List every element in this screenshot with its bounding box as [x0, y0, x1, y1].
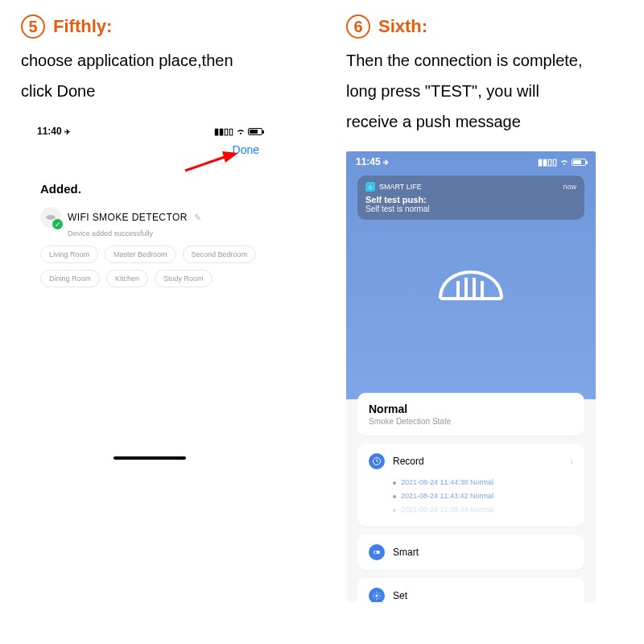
home-indicator [114, 456, 186, 460]
device-row[interactable]: ✓ WIFI SMOKE DETECTOR ✎ [29, 207, 270, 228]
svg-point-9 [374, 551, 377, 554]
notif-title: Self test push: [365, 195, 576, 204]
edit-icon[interactable]: ✎ [194, 213, 201, 223]
signal-icon: ▮▮▯▯ [214, 126, 233, 137]
added-heading: Added. [29, 182, 270, 196]
status-icons: ▮▮▯▯ [538, 157, 586, 167]
device-subtext: Device added successfully [29, 229, 270, 237]
status-icons: ▮▮▯▯ [214, 126, 262, 137]
notif-body: Self test is normal [365, 204, 576, 213]
step-6-instruction-line-1: Then the connection is complete, [346, 45, 620, 76]
step-5-badge: 5 [21, 14, 45, 39]
check-icon: ✓ [52, 219, 63, 229]
step-5-instruction-line-1: choose application place,then [21, 45, 311, 76]
toggle-icon [369, 544, 385, 560]
step-5-label: Fifthly: [53, 16, 112, 37]
device-icon: ✓ [40, 207, 61, 228]
record-list: 2021-08-24 11:44:38 Normal 2021-08-24 11… [369, 476, 573, 517]
status-time: 11:40 ✈︎ [37, 126, 71, 137]
state-subtitle: Smoke Detection State [369, 417, 573, 426]
signal-icon: ▮▮▯▯ [538, 157, 557, 167]
step-5-instruction-line-2: click Done [21, 76, 311, 106]
room-study[interactable]: Study Room [155, 270, 213, 287]
room-master-bedroom[interactable]: Master Bedroom [105, 246, 176, 263]
svg-point-10 [376, 595, 378, 597]
notif-time: now [563, 183, 576, 191]
push-notification[interactable]: ⌂ SMART LIFE now Self test push: Self te… [357, 175, 584, 220]
step-6-label: Sixth: [378, 16, 427, 37]
set-label: Set [393, 590, 407, 601]
svg-line-0 [185, 156, 227, 171]
record-item: 2021-08-24 11:38:44 Normal [393, 503, 573, 517]
smart-row[interactable]: Smart [357, 535, 584, 570]
step-6-badge: 6 [346, 14, 370, 39]
svg-marker-1 [222, 151, 238, 163]
status-bar: 11:45 ✈︎ ▮▮▯▯ [346, 151, 596, 167]
clock-icon [369, 453, 385, 469]
wifi-icon [559, 158, 569, 166]
state-title: Normal [369, 402, 573, 415]
smart-label: Smart [393, 547, 419, 558]
status-time: 11:45 ✈︎ [356, 156, 390, 167]
step-6-instruction-line-3: receive a push message [346, 106, 620, 137]
record-item: 2021-08-24 11:43:42 Normal [393, 489, 573, 503]
room-second-bedroom[interactable]: Second Bedroom [183, 246, 257, 263]
record-card[interactable]: Record › 2021-08-24 11:44:38 Normal 2021… [357, 444, 584, 526]
device-arch-icon [346, 241, 596, 305]
room-list: Living Room Master Bedroom Second Bedroo… [29, 237, 270, 287]
status-bar: 11:40 ✈︎ ▮▮▯▯ [29, 122, 270, 137]
gear-icon [369, 588, 385, 602]
battery-icon [572, 159, 586, 166]
device-name: WIFI SMOKE DETECTOR [68, 212, 188, 223]
notif-app-icon: ⌂ [365, 182, 375, 192]
state-card: Normal Smoke Detection State [357, 393, 584, 436]
step-6-instruction-line-2: long press "TEST", you will [346, 76, 620, 106]
notif-app-name: SMART LIFE [379, 183, 422, 191]
room-living[interactable]: Living Room [40, 246, 98, 263]
set-row[interactable]: Set [357, 578, 584, 602]
room-kitchen[interactable]: Kitchen [106, 270, 148, 287]
room-dining[interactable]: Dining Room [40, 270, 100, 287]
phone-screen-step5: 11:40 ✈︎ ▮▮▯▯ Done Added. ✓ WIFI SMOKE D… [29, 122, 270, 460]
record-label: Record [393, 456, 424, 467]
phone-screen-step6: 11:45 ✈︎ ▮▮▯▯ ⌂ SMART LIFE now Self test… [346, 151, 596, 602]
wifi-icon [236, 127, 246, 135]
chevron-right-icon: › [570, 456, 573, 466]
battery-icon [248, 128, 262, 135]
arrow-pointer-icon [182, 150, 238, 174]
record-item: 2021-08-24 11:44:38 Normal [393, 476, 573, 489]
